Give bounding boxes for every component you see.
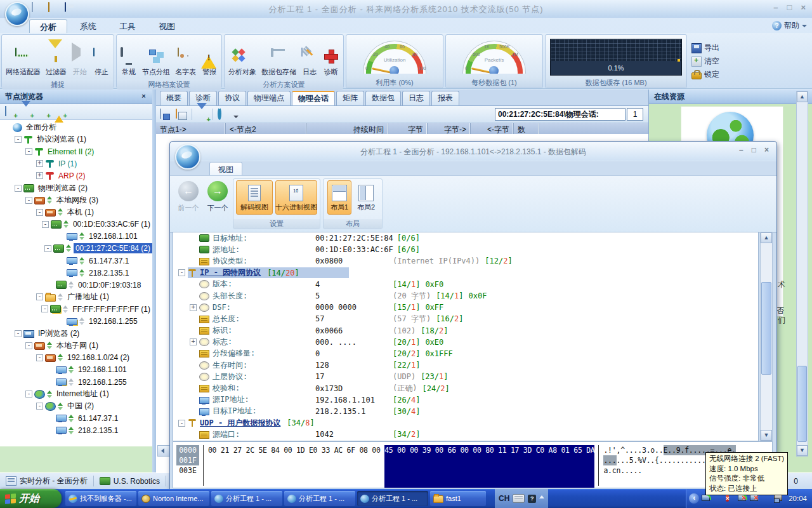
ime-indicator[interactable]: CH <box>499 494 509 503</box>
tree-expander[interactable]: - <box>15 185 22 192</box>
refresh-dropdown-icon[interactable] <box>233 116 239 118</box>
tree-expander[interactable]: - <box>44 245 51 252</box>
session-filter-box[interactable]: 00:21:27:2C:5E:84\物理会话: <box>495 108 625 121</box>
tree-item-ip-node[interactable]: 192.168.1.101 <box>0 364 152 376</box>
decoder-maximize-button[interactable]: □ <box>752 145 756 154</box>
layout1-button[interactable]: 布局1 <box>327 180 351 215</box>
view-tab-协议[interactable]: 协议 <box>218 91 246 105</box>
decode-field-row[interactable]: 分段偏移量:0[20/2]0x1FFF <box>173 348 758 359</box>
session-count-box[interactable]: 1 <box>627 108 643 121</box>
tree-expander[interactable]: - <box>36 293 43 300</box>
decode-scrollbar[interactable]: ▲ ▼ <box>760 232 773 441</box>
stop-button[interactable]: 停止 <box>91 36 112 78</box>
analysis-object-button[interactable]: 分析对象 <box>226 36 258 78</box>
tree-item-subnet[interactable]: -192.168.1.0/24 (2) <box>0 352 152 364</box>
scroll-thumb[interactable] <box>797 366 807 442</box>
tree-item-ip-node[interactable]: 61.147.37.1 <box>0 255 152 267</box>
scroll-down-button[interactable]: ▼ <box>761 430 772 441</box>
make-filter-button[interactable] <box>197 109 208 120</box>
task-button[interactable]: 分析工程 1 - ... <box>284 491 355 506</box>
tree-item-broadcast-group[interactable]: -广播地址 (1) <box>0 291 152 303</box>
diagnosis-button[interactable]: 诊断 <box>321 36 341 78</box>
scroll-thumb[interactable] <box>761 282 771 375</box>
decode-field-row[interactable]: 总长度:57(57 字节)[16/2] <box>173 313 758 324</box>
tree-item-ip-node[interactable]: 192.168.1.101 <box>0 231 152 243</box>
language-help-icon[interactable]: ? <box>528 495 536 503</box>
refresh-button[interactable] <box>218 109 229 120</box>
tree-item-country-china[interactable]: -中国 (2) <box>0 400 152 412</box>
next-button[interactable]: →下一个 <box>203 181 232 213</box>
tree-item-colasoft[interactable]: 全面分析 <box>0 121 152 133</box>
node-group-button[interactable]: 节点分组 <box>140 36 172 78</box>
view-tab-物理会话[interactable]: 物理会话 <box>292 91 335 105</box>
decode-field-row[interactable]: 标识:0x0066(102)[18/2] <box>173 325 758 337</box>
tree-expander[interactable]: - <box>15 330 22 337</box>
tree-item-ip-protocol[interactable]: +IP (1) <box>0 157 152 170</box>
tree-expander[interactable]: - <box>36 403 43 410</box>
hex-view-button[interactable]: 十六进制视图 <box>275 180 317 215</box>
tree-item-mac-node[interactable]: -00:21:27:2C:5E:84 (2) <box>0 243 152 255</box>
decode-field-row[interactable]: 校验和:0x173D(正确)[24/2] <box>173 382 758 394</box>
hscroll-left-button[interactable] <box>157 445 170 457</box>
decode-expander[interactable]: + <box>190 304 197 311</box>
tree-item-ip-node[interactable]: 61.147.37.1 <box>0 412 152 424</box>
decode-field-row[interactable]: 源端口:1042[34/2] <box>173 429 758 440</box>
task-button[interactable]: 分析工程 1 - ... <box>357 491 428 506</box>
tree-expander[interactable]: - <box>15 136 22 143</box>
help-button[interactable]: ? 帮助 <box>772 20 807 31</box>
alarm-button[interactable]: 警报 <box>199 36 219 78</box>
view-tab-报表[interactable]: 报表 <box>431 91 459 105</box>
task-button[interactable]: fast1 <box>430 491 486 506</box>
tree-expander[interactable]: - <box>25 148 32 155</box>
decode-field-row[interactable]: 版本:4[14/1]0xF0 <box>173 279 758 290</box>
tree-item-arp-protocol[interactable]: +ARP (2) <box>0 170 152 182</box>
tree-item-internet-addresses[interactable]: -Internet地址 (1) <box>0 388 152 400</box>
decode-field-row[interactable]: 源IP地址:192.168.1.101[26/4] <box>173 394 758 406</box>
tree-expander[interactable]: - <box>36 209 43 216</box>
tree-item-local-segment[interactable]: -本地网段 (3) <box>0 194 152 206</box>
add-filter-button[interactable] <box>22 107 33 117</box>
lock-button[interactable]: 锁定 <box>691 69 719 80</box>
filter-button[interactable]: 过滤器 <box>44 36 69 78</box>
view-tab-概要[interactable]: 概要 <box>160 91 188 105</box>
decode-field-row[interactable]: 目标IP地址:218.2.135.1[30/4] <box>173 406 758 417</box>
decode-field-row[interactable]: -UDP - 用户数据报协议[34/8] <box>173 417 758 429</box>
decode-view-button[interactable]: 解码视图 <box>236 180 273 215</box>
task-button[interactable]: Norton Interne... <box>138 491 209 506</box>
add-graph-button[interactable] <box>38 107 49 117</box>
network-adapter-button[interactable]: 网络适配器 <box>4 36 43 78</box>
decoder-close-button[interactable]: × <box>764 145 769 154</box>
add-alarm-button[interactable] <box>55 107 66 117</box>
task-button[interactable]: 找不到服务器 -... <box>65 491 136 506</box>
tree-expander[interactable]: + <box>36 172 43 179</box>
tree-item-local-host[interactable]: -本机 (1) <box>0 206 152 218</box>
decode-field-row[interactable]: 协议类型:0x0800(Internet IP(IPv4))[12/2] <box>173 255 758 267</box>
keyboard-icon[interactable] <box>513 494 525 503</box>
export-button[interactable]: 导出 <box>691 43 719 53</box>
tree-item-protocol-browser[interactable]: -协议浏览器 (1) <box>0 133 152 145</box>
tree-item-ip-node[interactable]: 218.2.135.1 <box>0 424 152 436</box>
hex-bytes-row[interactable]: 00 21 27 2C 5E 84 00 1D E0 33 AC 6F 08 0… <box>208 445 594 488</box>
decode-field-row[interactable]: 源地址:00:1D:E0:33:AC:6F[6/6] <box>173 244 758 255</box>
decode-field-row[interactable]: +DSF:0000 0000[15/1]0xFF <box>173 302 758 313</box>
clear-button[interactable]: 清空 <box>691 56 719 67</box>
decode-field-row[interactable]: 上层协议:17(UDP)[23/1] <box>173 371 758 382</box>
decode-field-row[interactable]: 目标地址:00:21:27:2C:5E:84[0/6] <box>173 232 758 244</box>
task-button[interactable]: 分析工程 1 - ... <box>211 491 282 506</box>
colasoft-logo-icon[interactable] <box>5 2 29 26</box>
tree-expander[interactable]: - <box>25 197 32 204</box>
view-tab-矩阵[interactable]: 矩阵 <box>336 91 364 105</box>
tree-item-mac-node[interactable]: 00:1D:0F:19:03:18 <box>0 279 152 291</box>
language-options-icon[interactable] <box>539 495 544 498</box>
packet-decode-button[interactable] <box>176 109 187 120</box>
tree-item-ip-node[interactable]: 218.2.135.1 <box>0 267 152 279</box>
view-tab-数据包[interactable]: 数据包 <box>365 91 401 105</box>
tree-item-broadcast-mac[interactable]: -FF:FF:FF:FF:FF:FF (1) <box>0 303 152 315</box>
layout2-button[interactable]: 布局2 <box>354 180 378 215</box>
scroll-up-button[interactable]: ▲ <box>761 232 772 243</box>
tree-expander[interactable]: - <box>41 305 48 312</box>
scroll-up-button[interactable]: ▲ <box>797 91 808 102</box>
decoder-minimize-button[interactable]: – <box>739 145 743 154</box>
decode-field-row[interactable]: 头部长度:5(20 字节)[14/1]0x0F <box>173 290 758 302</box>
export-table-button[interactable] <box>160 109 171 120</box>
